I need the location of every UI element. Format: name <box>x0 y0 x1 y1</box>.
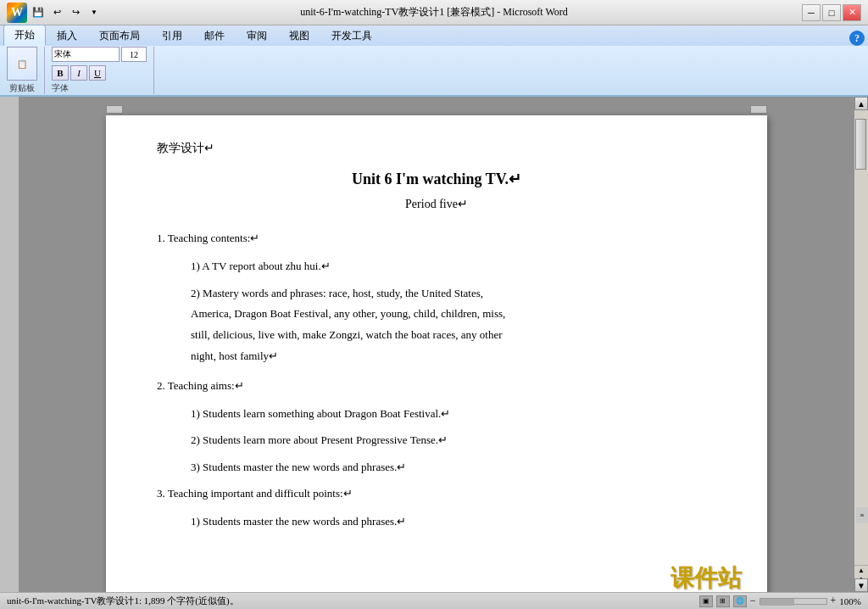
title-bar: W 💾 ↩ ↪ ▼ unit-6-I'm-watching-TV教学设计1 [兼… <box>0 0 868 25</box>
tab-mail[interactable]: 邮件 <box>193 25 236 46</box>
doc-main-heading: Unit 6 I'm watching TV.↵ <box>157 170 716 188</box>
scroll-area: 教学设计↵ Unit 6 I'm watching TV.↵ Period fi… <box>19 97 854 592</box>
section-3-heading: 3. Teaching important and difficult poin… <box>157 483 716 503</box>
aims-3: 3) Students master the new words and phr… <box>157 457 716 477</box>
scroll-up-btn[interactable]: ▲ <box>854 97 868 110</box>
view-layout-btn[interactable]: ⊞ <box>716 595 730 607</box>
fontsize-select[interactable]: 12 <box>121 47 147 62</box>
dropdown-btn[interactable]: ▼ <box>86 5 102 20</box>
office-logo: W <box>7 3 27 23</box>
doc-subheading: Period five↵ <box>157 197 716 211</box>
left-margin <box>0 97 19 592</box>
doc-cn-title: 教学设计↵ <box>157 141 716 156</box>
view-indicator: ≡ <box>856 507 868 522</box>
scroll-thumb[interactable] <box>855 119 866 170</box>
scroll-down-btn[interactable]: ▼ <box>854 578 868 592</box>
title-text: unit-6-I'm-watching-TV教学设计1 [兼容模式] - Mic… <box>300 5 568 20</box>
section-1-heading: 1. Teaching contents:↵ <box>157 228 716 248</box>
status-bar: unit-6-I'm-watching-TV教学设计1: 1,899 个字符(近… <box>0 592 868 609</box>
save-quick-btn[interactable]: 💾 <box>31 5 46 20</box>
tab-start[interactable]: 开始 <box>3 25 46 46</box>
document-page: 教学设计↵ Unit 6 I'm watching TV.↵ Period fi… <box>106 115 767 592</box>
zoom-level: 100% <box>839 596 861 606</box>
undo-btn[interactable]: ↩ <box>49 5 64 20</box>
minimize-btn[interactable]: ─ <box>802 4 821 21</box>
tab-developer[interactable]: 开发工具 <box>320 25 383 46</box>
close-btn[interactable]: ✕ <box>843 4 861 21</box>
prev-page-btn[interactable]: ▲ <box>855 567 867 574</box>
status-text: unit-6-I'm-watching-TV教学设计1: 1,899 个字符(近… <box>7 595 239 607</box>
ribbon-content: 📋 剪贴板 宋体 12 B I U 字体 <box>0 46 868 97</box>
section-1-item1: 1) A TV report about zhu hui.↵ <box>157 256 716 276</box>
font-select[interactable]: 宋体 <box>52 47 120 62</box>
help-button[interactable]: ? <box>849 31 865 46</box>
scroll-controls: ▲ ● ▼ <box>854 565 868 578</box>
watermark: 课件站 www.kjzhan.com <box>654 562 742 592</box>
italic-btn[interactable]: I <box>70 65 87 81</box>
ruler-mark-left <box>106 105 123 114</box>
underline-btn[interactable]: U <box>89 65 106 81</box>
zoom-minus-btn[interactable]: − <box>750 595 756 607</box>
redo-btn[interactable]: ↪ <box>68 5 83 20</box>
section-1-item2: 2) Mastery words and phrases: race, host… <box>157 283 716 367</box>
tab-insert[interactable]: 插入 <box>46 25 88 46</box>
bold-btn[interactable]: B <box>52 65 69 81</box>
aims-2: 2) Students learn more about Present Pro… <box>157 430 716 450</box>
top-ruler-marks <box>106 105 767 114</box>
ribbon-tabs: 开始 插入 页面布局 引用 邮件 审阅 视图 开发工具 ? <box>0 25 868 46</box>
zoom-plus-btn[interactable]: + <box>831 595 837 607</box>
points-1: 1) Students master the new words and phr… <box>157 511 716 531</box>
tab-references[interactable]: 引用 <box>151 25 193 46</box>
watermark-text: 课件站 <box>670 562 742 592</box>
main-area: 教学设计↵ Unit 6 I'm watching TV.↵ Period fi… <box>0 97 868 592</box>
tab-layout[interactable]: 页面布局 <box>88 25 151 46</box>
view-normal-btn[interactable]: ▣ <box>699 595 713 607</box>
restore-btn[interactable]: □ <box>822 4 841 21</box>
view-web-btn[interactable]: 🌐 <box>733 595 747 607</box>
section-2-heading: 2. Teaching aims:↵ <box>157 376 716 395</box>
indent2-line3: still, delicious, live with, make Zongzi… <box>191 328 503 341</box>
indent2-line2: America, Dragon Boat Festival, any other… <box>191 307 505 320</box>
tab-view[interactable]: 视图 <box>278 25 320 46</box>
title-bar-controls: ─ □ ✕ <box>802 4 861 21</box>
zoom-slider[interactable] <box>760 598 827 605</box>
scrollbar-right: ▲ ≡ ▲ ● ▼ ▼ <box>854 97 868 592</box>
indent2-line4: night, host family↵ <box>191 349 278 362</box>
zoom-thumb[interactable] <box>760 599 794 606</box>
title-bar-left: W 💾 ↩ ↪ ▼ <box>7 3 102 23</box>
aims-1: 1) Students learn something about Dragon… <box>157 404 716 423</box>
paste-btn[interactable]: 📋 <box>7 47 37 81</box>
indent2-line1: 2) Mastery words and phrases: race, host… <box>191 287 483 299</box>
ruler-mark-right <box>750 105 767 114</box>
tab-review[interactable]: 审阅 <box>236 25 278 46</box>
